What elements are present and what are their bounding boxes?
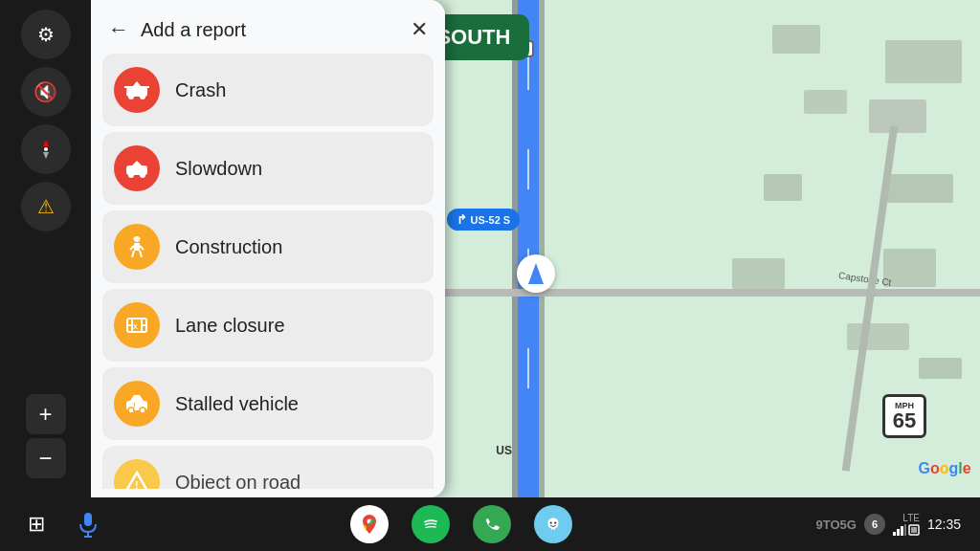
report-item-construction[interactable]: Construction [102, 210, 434, 283]
svg-line-11 [130, 246, 134, 250]
bottom-center [107, 505, 816, 543]
svg-point-0 [44, 147, 48, 151]
panel-header: ← Add a report ✕ [91, 0, 445, 54]
us52-banner: ↱ US-52 S [447, 209, 521, 231]
lane-closure-icon-circle: X [114, 302, 160, 348]
report-item-crash[interactable]: ! Crash [102, 54, 434, 126]
compass-icon [34, 138, 57, 161]
svg-rect-10 [134, 243, 140, 251]
panel-title: Add a report [141, 19, 399, 41]
lte-label: LTE [902, 513, 920, 523]
svg-rect-37 [901, 526, 903, 536]
warning-button[interactable]: ⚠ [21, 182, 71, 231]
svg-text:!: ! [125, 88, 127, 94]
phone-icon [481, 514, 502, 535]
us52-banner-text: US-52 S [471, 214, 511, 226]
construction-icon [124, 234, 149, 259]
slowdown-icon [124, 158, 149, 179]
object-on-road-icon-circle: ! [114, 459, 160, 489]
svg-point-34 [554, 522, 556, 524]
maps-app-button[interactable] [350, 505, 389, 543]
time-display: 12:35 [927, 517, 961, 532]
svg-text:!: ! [135, 479, 139, 489]
slowdown-icon-circle [114, 145, 160, 191]
svg-point-33 [550, 522, 552, 524]
svg-line-13 [132, 251, 134, 257]
lane-closure-icon: X [124, 313, 149, 338]
crash-label: Crash [175, 79, 226, 101]
mute-icon: 🔇 [33, 80, 57, 103]
svg-point-3 [140, 94, 145, 99]
google-logo: Google [919, 460, 971, 477]
gear-icon: ⚙ [37, 23, 55, 46]
crash-icon: ! [124, 79, 149, 100]
slowdown-label: Slowdown [175, 158, 262, 180]
report-item-stalled-vehicle[interactable]: ! Stalled vehicle [102, 367, 434, 440]
warning-icon: ⚠ [37, 195, 55, 218]
navigation-button[interactable] [21, 124, 71, 174]
bottom-right: 9TO5G 6 LTE 12:35 [816, 513, 961, 536]
zoom-out-button[interactable]: − [26, 438, 66, 478]
mic-button[interactable] [69, 505, 107, 543]
stalled-vehicle-icon: ! [124, 391, 149, 416]
grid-icon: ⊞ [28, 512, 45, 537]
speed-limit-sign: MPH 65 [882, 394, 926, 438]
report-panel: ← Add a report ✕ ! Crash [91, 0, 445, 497]
bottom-bar: ⊞ [0, 497, 980, 551]
mic-icon [78, 511, 99, 538]
svg-point-23 [140, 408, 145, 413]
construction-label: Construction [175, 236, 282, 258]
settings-button[interactable]: ⚙ [21, 10, 71, 59]
report-item-object-on-road[interactable]: ! Object on road [102, 446, 434, 489]
report-item-lane-closure[interactable]: X Lane closure [102, 289, 434, 362]
stalled-vehicle-label: Stalled vehicle [175, 393, 299, 415]
signal-bars [893, 524, 920, 536]
svg-point-8 [140, 172, 145, 178]
svg-rect-36 [897, 529, 900, 536]
grid-button[interactable]: ⊞ [19, 507, 54, 541]
sidebar: ⚙ 🔇 ⚠ + − [0, 0, 91, 497]
spotify-app-button[interactable] [412, 505, 450, 543]
construction-icon-circle [114, 224, 160, 270]
watermark: 9TO5G [816, 518, 857, 532]
notification-badge[interactable]: 6 [864, 514, 885, 535]
status-info: LTE [893, 513, 920, 536]
svg-text:!: ! [133, 401, 136, 409]
svg-rect-40 [911, 527, 917, 533]
svg-text:X: X [133, 323, 138, 330]
svg-rect-38 [904, 524, 906, 536]
phone-app-button[interactable] [473, 505, 511, 543]
object-on-road-label: Object on road [175, 472, 301, 490]
zoom-in-button[interactable]: + [26, 394, 66, 434]
current-position [517, 254, 555, 293]
bottom-left: ⊞ [19, 505, 107, 543]
svg-point-2 [128, 94, 134, 99]
crash-icon-circle: ! [114, 67, 160, 113]
waze-icon [543, 514, 564, 535]
close-button[interactable]: ✕ [411, 17, 428, 42]
svg-line-12 [140, 246, 144, 250]
mute-button[interactable]: 🔇 [21, 67, 71, 117]
back-button[interactable]: ← [108, 17, 129, 42]
svg-point-31 [481, 514, 502, 535]
plus-icon: + [38, 401, 52, 428]
object-on-road-icon: ! [124, 470, 149, 489]
stalled-vehicle-icon-circle: ! [114, 381, 160, 427]
minus-icon: − [38, 445, 52, 472]
maps-icon [358, 513, 381, 536]
svg-point-7 [128, 172, 134, 178]
svg-rect-35 [893, 532, 896, 536]
spotify-icon [420, 514, 441, 535]
svg-rect-26 [84, 513, 92, 526]
svg-line-14 [140, 251, 142, 257]
report-item-slowdown[interactable]: Slowdown [102, 132, 434, 205]
lane-closure-label: Lane closure [175, 315, 285, 337]
nav-direction: SOUTH [436, 25, 510, 50]
waze-app-button[interactable] [534, 505, 572, 543]
report-list: ! Crash Slowdown [91, 54, 445, 489]
